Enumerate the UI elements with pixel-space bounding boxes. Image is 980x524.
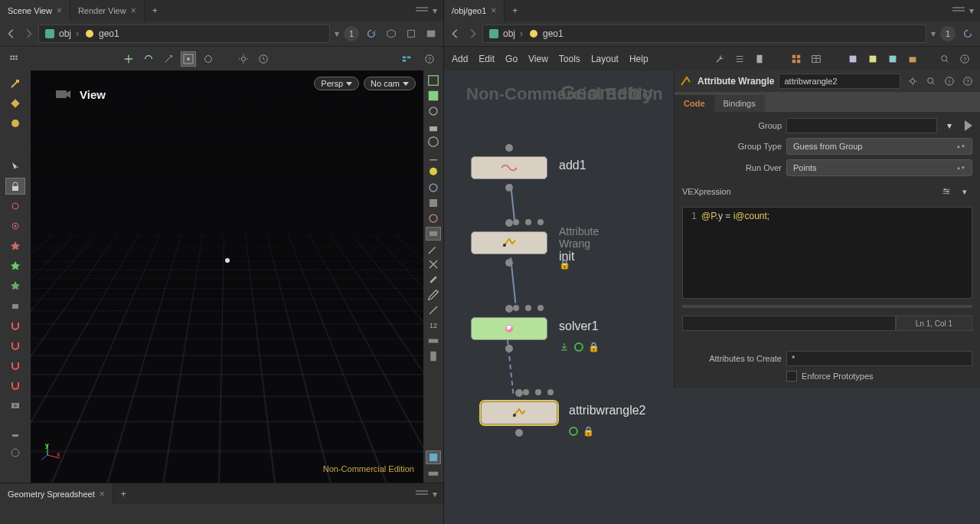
menu-go[interactable]: Go: [505, 54, 518, 64]
vp-tool-icon[interactable]: [426, 257, 441, 271]
nav-forward-icon[interactable]: [21, 27, 35, 41]
magnet-icon[interactable]: [5, 377, 25, 394]
add-tab-icon[interactable]: +: [113, 489, 134, 499]
breadcrumb-root[interactable]: obj: [503, 28, 515, 39]
refresh-icon[interactable]: [364, 26, 379, 41]
box-icon[interactable]: [905, 51, 920, 67]
enforce-proto-checkbox[interactable]: [786, 371, 797, 382]
rotate-icon[interactable]: [141, 51, 156, 67]
persp-dropdown[interactable]: Persp: [314, 77, 359, 90]
pane-handle-icon[interactable]: [416, 490, 428, 498]
close-icon[interactable]: ×: [100, 489, 105, 499]
close-icon[interactable]: ×: [57, 5, 62, 16]
take-badge[interactable]: 1: [940, 26, 956, 41]
bulb-icon[interactable]: [426, 165, 441, 179]
tool-icon[interactable]: [5, 237, 25, 254]
menu-help[interactable]: Help: [629, 54, 648, 64]
tab-geo-spreadsheet[interactable]: Geometry Spreadsheet ×: [0, 483, 113, 504]
grid-sm-icon[interactable]: [789, 51, 804, 67]
help-icon[interactable]: ?: [957, 51, 972, 67]
tool-icon[interactable]: [5, 424, 25, 441]
node-attribwrangle2[interactable]: attribwrangle2 🔒: [481, 401, 557, 424]
help-icon[interactable]: ?: [422, 51, 437, 67]
menu-add[interactable]: Add: [452, 54, 468, 64]
vp-tool-icon[interactable]: [426, 181, 441, 195]
magnet-icon[interactable]: [5, 317, 25, 334]
node-name-input[interactable]: [779, 74, 900, 89]
run-over-select[interactable]: Points▲▼: [786, 159, 972, 176]
cube-icon[interactable]: [384, 26, 399, 41]
sliders-icon[interactable]: [939, 184, 954, 199]
tool-icon[interactable]: [5, 297, 25, 314]
nav-forward-icon[interactable]: [466, 27, 479, 41]
take-badge[interactable]: 1: [344, 26, 359, 41]
vp-tool-icon[interactable]: [426, 334, 441, 348]
add-tab-icon[interactable]: +: [145, 5, 165, 16]
menu-edit[interactable]: Edit: [479, 54, 495, 64]
pane-handle-icon[interactable]: [416, 7, 428, 15]
vp-tool-icon[interactable]: [426, 242, 441, 256]
vp-tool-icon[interactable]: [426, 135, 441, 149]
refresh-icon[interactable]: [960, 26, 975, 41]
lock-icon[interactable]: [5, 178, 25, 195]
gear-icon[interactable]: [905, 74, 920, 89]
vp-tool-icon[interactable]: [426, 227, 441, 241]
magnet-icon[interactable]: [5, 357, 25, 374]
nav-back-icon[interactable]: [449, 27, 462, 41]
panel-icon[interactable]: [423, 26, 439, 41]
chevron-down-icon[interactable]: ▾: [957, 184, 972, 199]
image-icon[interactable]: [885, 51, 900, 67]
chevron-down-icon[interactable]: ▾: [931, 28, 936, 39]
tool-icon[interactable]: [5, 75, 25, 92]
camera-icon[interactable]: [5, 397, 25, 414]
chevron-down-icon[interactable]: ▾: [942, 118, 957, 133]
tab-bindings[interactable]: Bindings: [714, 95, 765, 112]
nav-back-icon[interactable]: [5, 27, 18, 41]
close-icon[interactable]: ×: [491, 5, 496, 16]
note-icon[interactable]: [845, 51, 861, 67]
display-opts-icon[interactable]: [399, 51, 414, 67]
list-icon[interactable]: [732, 51, 747, 67]
tool-icon[interactable]: [5, 198, 25, 215]
breadcrumb[interactable]: obj › geo1: [482, 25, 926, 43]
lock-icon[interactable]: [426, 120, 441, 133]
clock-icon[interactable]: [256, 51, 271, 67]
vp-tool-icon[interactable]: [426, 211, 441, 225]
vp-tool-icon[interactable]: [426, 104, 441, 118]
scale-icon[interactable]: [161, 51, 176, 67]
cube2-icon[interactable]: [403, 26, 419, 41]
tab-code[interactable]: Code: [675, 95, 714, 112]
dropper-icon[interactable]: [426, 288, 441, 302]
breadcrumb-child[interactable]: geo1: [99, 28, 119, 39]
tool-icon[interactable]: [5, 277, 25, 294]
search-icon[interactable]: [937, 51, 952, 67]
menu-layout[interactable]: Layout: [591, 54, 619, 64]
magnet-icon[interactable]: [5, 337, 25, 354]
vp-tool-icon[interactable]: [426, 150, 441, 164]
tab-render-view[interactable]: Render View ×: [70, 0, 145, 21]
snap-point-icon[interactable]: [201, 51, 216, 67]
tool-icon[interactable]: [5, 257, 25, 274]
vp-tool-icon[interactable]: [426, 466, 441, 480]
doc-icon[interactable]: [752, 51, 767, 67]
snap-grid-icon[interactable]: [181, 51, 196, 67]
splitter-handle[interactable]: [682, 305, 972, 308]
node-add1[interactable]: add1: [471, 156, 547, 179]
vp-tool-icon[interactable]: [426, 196, 441, 210]
vp-tool-icon[interactable]: [426, 74, 441, 87]
translate-icon[interactable]: [121, 51, 136, 67]
pane-handle-icon[interactable]: [952, 7, 965, 15]
tool-icon[interactable]: [5, 444, 25, 461]
menu-view[interactable]: View: [528, 54, 548, 64]
chevron-down-icon[interactable]: ▾: [433, 5, 437, 16]
vex-code-editor[interactable]: 1@P.y = i@count;: [682, 207, 972, 299]
vp-tool-icon[interactable]: 12: [426, 319, 441, 332]
search-icon[interactable]: [923, 74, 939, 89]
wrench-icon[interactable]: [712, 51, 727, 67]
tab-scene-view[interactable]: Scene View ×: [0, 0, 70, 21]
breadcrumb-root[interactable]: obj: [59, 28, 71, 39]
menu-tools[interactable]: Tools: [559, 54, 580, 64]
grid-icon[interactable]: [6, 51, 21, 67]
add-tab-icon[interactable]: +: [505, 5, 525, 16]
group-type-select[interactable]: Guess from Group▲▼: [786, 138, 972, 155]
